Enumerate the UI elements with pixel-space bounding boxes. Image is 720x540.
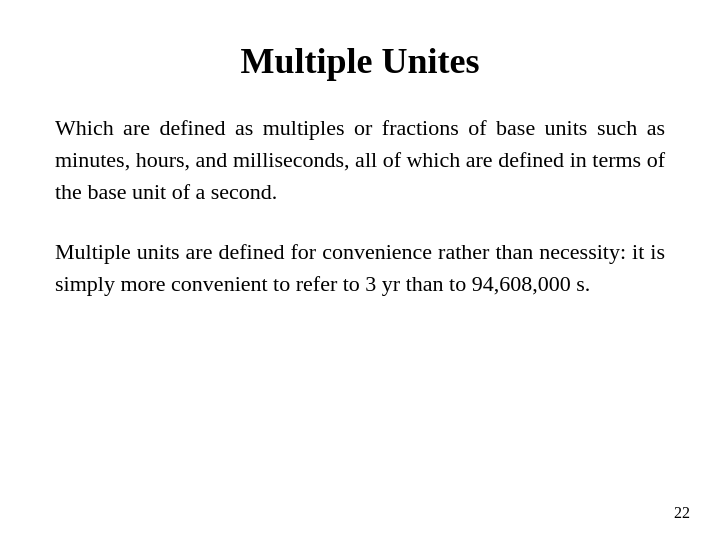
paragraph-2: Multiple units are defined for convenien… [55, 236, 665, 300]
slide-title: Multiple Unites [55, 40, 665, 82]
slide: Multiple Unites Which are defined as mul… [0, 0, 720, 540]
paragraph-1: Which are defined as multiples or fracti… [55, 112, 665, 208]
page-number: 22 [674, 504, 690, 522]
